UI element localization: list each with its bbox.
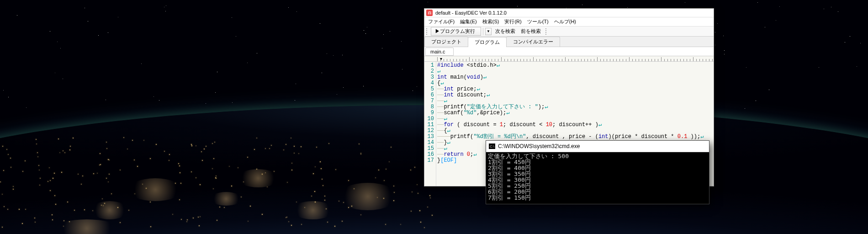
menu-tools[interactable]: ツール(T) <box>524 18 551 26</box>
toolbar-dropdown[interactable]: ▼ <box>485 28 492 35</box>
cmd-title-text: C:\WINDOWS\system32\cmd.exe <box>498 143 580 149</box>
tab-project[interactable]: プロジェクト <box>424 37 468 47</box>
tab-compile-error[interactable]: コンパイルエラー <box>506 37 560 47</box>
code-line[interactable]: #include <stdio.h>↵ <box>437 63 714 69</box>
editor-ruler[interactable]: ▾ <box>424 56 714 62</box>
cmd-window[interactable]: C:\ C:\WINDOWS\system32\cmd.exe 定価を入力して下… <box>486 140 709 204</box>
cmd-icon: C:\ <box>489 144 495 149</box>
ide-app-icon: 酉 <box>426 10 433 16</box>
code-line[interactable]: ――scanf("%d",&price);↵ <box>437 110 714 116</box>
find-next-button[interactable]: 次を検索 <box>493 27 517 35</box>
file-tab-row: main.c <box>424 47 714 56</box>
code-line[interactable]: int main(void)↵ <box>437 74 714 80</box>
tab-program[interactable]: プログラム <box>468 37 507 47</box>
line-number: 17 <box>424 158 434 164</box>
menu-file[interactable]: ファイル(F) <box>425 18 457 26</box>
ide-title-text: default - EasyIDEC Ver 0.1.12.0 <box>435 10 507 16</box>
file-tab-main-c[interactable]: main.c <box>425 48 454 56</box>
ide-titlebar[interactable]: 酉 default - EasyIDEC Ver 0.1.12.0 <box>424 9 714 17</box>
toolbar-grip[interactable] <box>426 28 428 35</box>
cmd-output[interactable]: 定価を入力して下さい : 500 1割引 = 450円 2割引 = 400円 3… <box>486 152 709 204</box>
editor-gutter: 1234567891011121314151617 <box>424 62 436 186</box>
run-program-button[interactable]: ▶プログラム実行 <box>431 27 481 36</box>
toolbar-grip-2[interactable] <box>545 28 547 35</box>
menu-run[interactable]: 実行(R) <box>502 18 524 26</box>
menu-help[interactable]: ヘルプ(H) <box>551 18 579 26</box>
ide-tab-row: プロジェクト プログラム コンパイルエラー <box>424 37 714 47</box>
ide-toolbar: ▶プログラム実行 ▼ 次を検索 前を検索 <box>424 26 714 37</box>
code-line[interactable]: ――――printf("%d割引 = %d円\n", discount , pr… <box>437 134 714 140</box>
find-prev-button[interactable]: 前を検索 <box>519 27 543 35</box>
menu-edit[interactable]: 編集(E) <box>457 18 480 26</box>
ide-menubar: ファイル(F) 編集(E) 検索(S) 実行(R) ツール(T) ヘルプ(H) <box>424 17 714 26</box>
code-line[interactable]: ――for ( discount = 1; discount < 10; dis… <box>437 122 714 128</box>
menu-search[interactable]: 検索(S) <box>480 18 502 26</box>
toolbar-separator <box>483 28 483 35</box>
cmd-titlebar[interactable]: C:\ C:\WINDOWS\system32\cmd.exe <box>486 141 709 152</box>
code-line[interactable]: ――int discount;↵ <box>437 92 714 98</box>
